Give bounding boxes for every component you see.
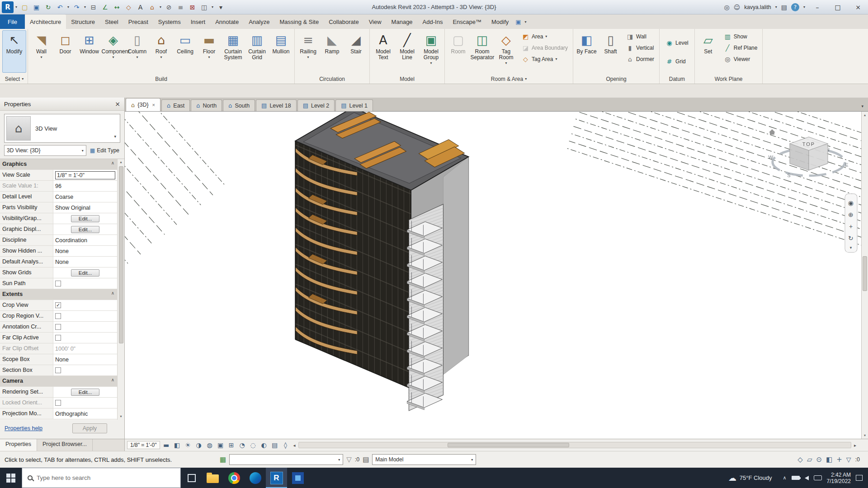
- aligned-dimension-icon[interactable]: ↔: [111, 2, 123, 13]
- redo-icon[interactable]: ↷: [71, 2, 82, 13]
- visual-style-icon[interactable]: ◧: [172, 441, 182, 449]
- checkbox[interactable]: [55, 367, 61, 373]
- ribbon-button[interactable]: ◨ Wall ▾: [623, 31, 657, 42]
- property-row[interactable]: Far Clip Offset 1000' 0" 1000' 0" ∧: [0, 343, 117, 354]
- ribbon-tab[interactable]: Structure: [66, 14, 100, 29]
- property-row[interactable]: Visibility/Grap... Edit... Edit... ∧: [0, 213, 117, 224]
- ribbon-tab[interactable]: Collaborate: [324, 14, 364, 29]
- close-hidden-icon[interactable]: ⊠: [187, 2, 198, 13]
- ribbon-button[interactable]: ▢ Room ▾: [446, 30, 470, 73]
- caret-down-icon[interactable]: ▾: [803, 5, 805, 9]
- undo-icon[interactable]: ↶: [54, 2, 66, 13]
- ribbon-button[interactable]: ▮ Vertical ▾: [623, 42, 657, 53]
- thin-lines-icon[interactable]: ≡: [175, 2, 186, 13]
- temporary-view-icon[interactable]: ▤: [270, 441, 280, 449]
- properties-scrollbar[interactable]: ▴ ▾: [117, 159, 124, 420]
- view-tab[interactable]: ▤ Level 1: [335, 99, 373, 111]
- ribbon-button[interactable]: ◫ Room Separator ▾: [470, 30, 494, 73]
- ribbon-tab[interactable]: Steel: [100, 14, 123, 29]
- checkbox[interactable]: [55, 400, 61, 406]
- ribbon-button[interactable]: A Model Text ▾: [371, 30, 395, 73]
- navbar-options-icon[interactable]: ▾: [850, 245, 852, 250]
- ribbon-tab[interactable]: Insert: [186, 14, 211, 29]
- compass-east[interactable]: E: [845, 162, 848, 168]
- panel-label[interactable]: Work Plane ▾: [695, 74, 763, 84]
- property-row[interactable]: Projection Mo... Orthographic Orthograph…: [0, 408, 117, 419]
- property-row[interactable]: Show Grids Edit... Edit... ∧: [0, 267, 117, 278]
- workset-icon[interactable]: ▤: [363, 455, 369, 464]
- measure-icon[interactable]: ∠: [99, 2, 111, 13]
- select-links-icon[interactable]: ◇: [797, 455, 803, 464]
- palette-tab[interactable]: Project Browser...: [37, 439, 93, 451]
- scroll-down-icon[interactable]: ▾: [120, 413, 122, 420]
- ribbon-button[interactable]: ▣ Model Group ▾: [419, 30, 443, 73]
- ribbon-tab[interactable]: Add-Ins: [418, 14, 448, 29]
- action-center-icon[interactable]: [856, 475, 863, 481]
- caret-down-icon[interactable]: ▾: [210, 2, 215, 13]
- checkbox[interactable]: [55, 302, 61, 308]
- scroll-up-icon[interactable]: ▴: [864, 112, 866, 118]
- checkbox[interactable]: [55, 281, 61, 286]
- taskbar-search[interactable]: [22, 468, 181, 488]
- panel-label[interactable]: Opening ▾: [573, 74, 659, 84]
- ribbon-tab[interactable]: File: [0, 14, 25, 29]
- property-row[interactable]: Graphic Displ... Edit... Edit... ∧: [0, 224, 117, 235]
- property-row[interactable]: Extents ∧: [0, 289, 117, 300]
- search-icon[interactable]: ◎: [724, 4, 730, 11]
- panel-label[interactable]: Circulation ▾: [295, 74, 369, 84]
- orbit-icon[interactable]: ↻: [848, 235, 854, 242]
- ribbon-button[interactable]: ◢ Stair ▾: [344, 30, 368, 73]
- blue-app-button[interactable]: [287, 468, 308, 488]
- ribbon-button[interactable]: ◻ Door ▾: [53, 30, 77, 73]
- print-icon[interactable]: ⊟: [88, 2, 99, 13]
- ribbon-button[interactable]: ◈ Component ▾: [101, 30, 125, 73]
- show-crop-icon[interactable]: ⊞: [226, 441, 236, 449]
- ribbon-tab[interactable]: Massing & Site: [274, 14, 324, 29]
- displacement-icon[interactable]: ◊: [281, 441, 291, 449]
- property-row[interactable]: Locked Orient... ∧: [0, 398, 117, 408]
- property-row[interactable]: Section Box ∧: [0, 365, 117, 376]
- scrollbar-thumb[interactable]: [863, 256, 867, 291]
- ribbon-button[interactable]: ▥ Show ▾: [721, 31, 760, 42]
- reference-lines-left[interactable]: [125, 112, 296, 265]
- ribbon-button[interactable]: # Grid ▾: [663, 56, 691, 66]
- open-icon[interactable]: ▢: [19, 2, 30, 13]
- properties-header[interactable]: Properties ×: [0, 98, 124, 111]
- viewcube-home-icon[interactable]: [769, 129, 775, 135]
- ribbon-tab[interactable]: Enscape™: [448, 14, 486, 29]
- caret-down-icon[interactable]: ▾: [14, 2, 19, 13]
- property-row[interactable]: Graphics ∧: [0, 159, 117, 170]
- property-row[interactable]: Crop View ∧: [0, 300, 117, 311]
- viewcube-top-face[interactable]: TOP: [802, 141, 815, 147]
- horizontal-scrollbar[interactable]: [298, 442, 851, 448]
- property-row[interactable]: Rendering Set... Edit... Edit... ∧: [0, 387, 117, 398]
- edge-button[interactable]: [245, 468, 266, 488]
- ribbon-tab[interactable]: View: [364, 14, 387, 29]
- view-tab[interactable]: ⌂ East: [161, 99, 190, 111]
- property-row[interactable]: Sun Path ∧: [0, 278, 117, 289]
- property-row[interactable]: Detail Level Coarse Coarse ∧: [0, 192, 117, 202]
- property-row[interactable]: Default Analys... None None ∧: [0, 257, 117, 267]
- ribbon-button[interactable]: ↖ Modify ▾: [2, 30, 26, 73]
- tab-list-icon[interactable]: ▾: [858, 104, 867, 111]
- ribbon-button[interactable]: ▬ Floor ▾: [197, 30, 221, 73]
- checkbox[interactable]: [55, 324, 61, 330]
- ribbon-button[interactable]: ▤ Mullion ▾: [269, 30, 293, 73]
- minimize-icon[interactable]: –: [809, 0, 826, 14]
- property-row[interactable]: Far Clip Active ∧: [0, 333, 117, 343]
- caret-down-icon[interactable]: ▾: [775, 5, 777, 9]
- ribbon-button[interactable]: ⊞ Window ▾: [77, 30, 101, 73]
- cart-icon[interactable]: ▤: [781, 4, 787, 11]
- instance-selector[interactable]: 3D View: {3D} ▾: [4, 145, 86, 156]
- crop-view-icon[interactable]: ▣: [216, 441, 226, 449]
- ribbon-tab[interactable]: Analyze: [244, 14, 274, 29]
- ribbon-button[interactable]: ▱ Set ▾: [696, 30, 720, 73]
- help-icon[interactable]: ?: [791, 3, 799, 11]
- property-row[interactable]: Discipline Coordination Coordination ∧: [0, 235, 117, 246]
- temporary-hide-icon[interactable]: ◔: [237, 441, 247, 449]
- scroll-down-icon[interactable]: ▾: [864, 432, 866, 439]
- caret-down-icon[interactable]: ▾: [158, 2, 163, 13]
- ribbon-tab[interactable]: Annotate: [210, 14, 244, 29]
- default-3d-view-icon[interactable]: ⌂: [146, 2, 158, 13]
- task-view-button[interactable]: [181, 468, 202, 488]
